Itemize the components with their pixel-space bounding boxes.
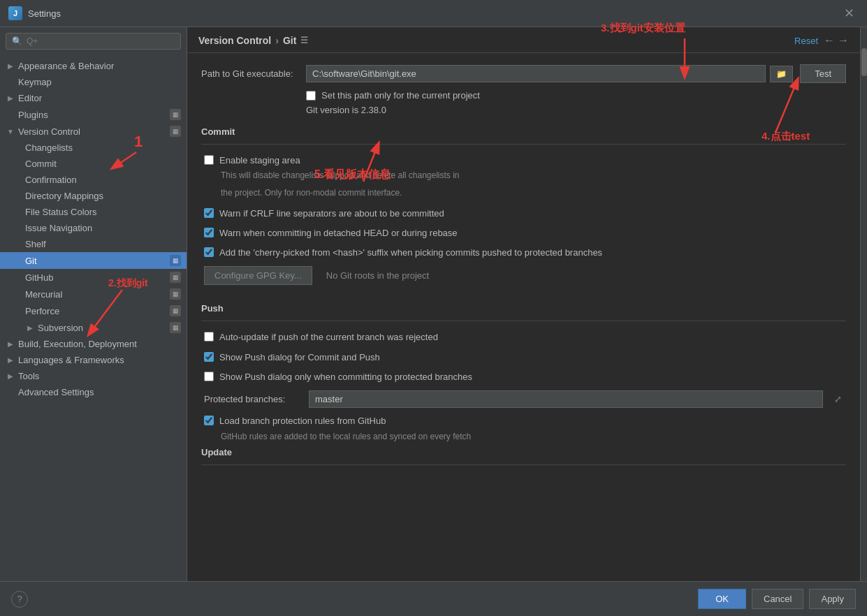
sidebar-item-directory-mappings[interactable]: Directory Mappings: [0, 188, 187, 204]
git-version-text: Git version is 2.38.0: [306, 105, 846, 115]
scrollbar-thumb[interactable]: [861, 48, 867, 76]
commit-section-header: Commit: [201, 126, 846, 137]
show-push-protected-checkbox[interactable]: [204, 372, 214, 381]
sidebar-item-label: Mercurial: [25, 289, 62, 300]
sidebar-item-editor[interactable]: ▶ Editor: [0, 90, 187, 106]
search-input[interactable]: [27, 36, 175, 46]
sidebar-item-appearance[interactable]: ▶ Appearance & Behavior: [0, 58, 187, 74]
sidebar-item-tools[interactable]: ▶ Tools: [0, 368, 187, 384]
warn-crlf-row: Warn if CRLF line separators are about t…: [201, 207, 846, 220]
sidebar-item-confirmation[interactable]: Confirmation: [0, 172, 187, 188]
load-branch-protection-label[interactable]: Load branch protection rules from GitHub: [219, 415, 386, 427]
cherry-pick-label[interactable]: Add the 'cherry-picked from <hash>' suff…: [219, 247, 602, 259]
sidebar-item-label: Shelf: [25, 239, 46, 249]
no-git-roots-text: No Git roots in the project: [326, 270, 429, 281]
staging-area-label[interactable]: Enable staging area: [219, 154, 300, 167]
sidebar-item-perforce[interactable]: Perforce ▦: [0, 302, 187, 319]
expand-arrow-vc: ▼: [6, 128, 15, 135]
staging-area-desc1: This will disable changelists support an…: [221, 170, 460, 182]
sidebar-item-plugins[interactable]: Plugins ▦: [0, 106, 187, 123]
sidebar-item-changelists[interactable]: Changelists: [0, 140, 187, 156]
sidebar-item-languages[interactable]: ▶ Languages & Frameworks: [0, 352, 187, 368]
sidebar-item-label: File Status Colors: [25, 207, 97, 217]
configure-gpg-row: Configure GPG Key... No Git roots in the…: [201, 266, 846, 293]
sidebar-item-version-control[interactable]: ▼ Version Control ▦: [0, 123, 187, 140]
sidebar-item-commit[interactable]: Commit: [0, 156, 187, 172]
sidebar-item-label: Languages & Frameworks: [18, 355, 124, 365]
sidebar-item-build-execution[interactable]: ▶ Build, Execution, Deployment: [0, 336, 187, 352]
breadcrumb-separator: ›: [275, 35, 279, 46]
git-badge: ▦: [170, 255, 181, 266]
nav-forward-arrow[interactable]: →: [838, 34, 849, 47]
auto-update-push-label[interactable]: Auto-update if push of the current branc…: [219, 331, 438, 344]
current-project-label[interactable]: Set this path only for the current proje…: [321, 90, 480, 101]
sidebar-item-keymap[interactable]: Keymap: [0, 74, 187, 90]
git-path-row: Path to Git executable: 📁 Test: [201, 64, 846, 83]
title-bar: J Settings ✕: [0, 0, 867, 27]
show-push-dialog-checkbox[interactable]: [204, 352, 214, 362]
warn-crlf-label[interactable]: Warn if CRLF line separators are about t…: [219, 207, 444, 220]
cherry-pick-row: Add the 'cherry-picked from <hash>' suff…: [201, 247, 846, 259]
apply-button[interactable]: Apply: [809, 589, 856, 609]
staging-area-checkbox[interactable]: [204, 155, 214, 165]
sidebar-item-label: Git: [25, 256, 37, 266]
expand-protected-icon[interactable]: ⤢: [830, 391, 846, 407]
sidebar-item-git[interactable]: Git ▦: [0, 252, 187, 269]
sidebar-item-label: Issue Navigation: [25, 223, 92, 233]
show-push-dialog-label[interactable]: Show Push dialog for Commit and Push: [219, 351, 380, 364]
breadcrumb-menu-icon[interactable]: ☰: [300, 36, 308, 45]
window-title: Settings: [28, 8, 61, 19]
sidebar-item-label: GitHub: [25, 272, 53, 283]
warn-detached-checkbox[interactable]: [204, 228, 214, 237]
configure-gpg-button[interactable]: Configure GPG Key...: [204, 266, 312, 285]
current-project-row: Set this path only for the current proje…: [306, 90, 846, 101]
cherry-pick-checkbox[interactable]: [204, 247, 214, 257]
main-content: 🔍 ▶ Appearance & Behavior Keymap ▶ Edito…: [0, 27, 867, 581]
sidebar-item-subversion[interactable]: ▶ Subversion ▦: [0, 319, 187, 336]
sidebar-item-file-status-colors[interactable]: File Status Colors: [0, 204, 187, 220]
sidebar-item-label: Editor: [18, 93, 42, 103]
ok-button[interactable]: OK: [698, 589, 746, 609]
sidebar-item-mercurial[interactable]: Mercurial ▦: [0, 286, 187, 302]
test-button[interactable]: Test: [800, 64, 846, 83]
sidebar-item-label: Advanced Settings: [18, 387, 94, 397]
nav-back-arrow[interactable]: ←: [824, 34, 835, 47]
show-push-protected-label[interactable]: Show Push dialog only when committing to…: [219, 371, 472, 383]
sidebar-item-issue-navigation[interactable]: Issue Navigation: [0, 220, 187, 236]
warn-detached-label[interactable]: Warn when committing in detached HEAD or…: [219, 227, 458, 240]
bottom-left: ?: [11, 591, 28, 608]
right-scrollbar[interactable]: [860, 27, 867, 581]
expand-arrow-subversion: ▶: [25, 324, 35, 332]
breadcrumb: Version Control › Git ☰: [198, 35, 308, 46]
reset-link[interactable]: Reset: [794, 36, 818, 46]
sidebar-tree: ▶ Appearance & Behavior Keymap ▶ Editor …: [0, 55, 187, 581]
github-rules-desc: GitHub rules are added to the local rule…: [201, 432, 846, 441]
help-button[interactable]: ?: [11, 591, 28, 608]
sidebar-item-advanced-settings[interactable]: Advanced Settings: [0, 384, 187, 400]
protected-branches-input[interactable]: [309, 390, 823, 408]
browse-button[interactable]: 📁: [770, 66, 793, 82]
sidebar-item-label: Perforce: [25, 306, 59, 316]
search-box[interactable]: 🔍: [6, 33, 181, 50]
perforce-badge: ▦: [170, 305, 181, 316]
update-section-header: Update: [201, 447, 846, 457]
current-project-checkbox[interactable]: [306, 91, 316, 101]
git-path-input[interactable]: [306, 65, 766, 82]
warn-crlf-checkbox[interactable]: [204, 208, 214, 218]
sidebar-item-shelf[interactable]: Shelf: [0, 236, 187, 252]
bottom-bar: ? OK Cancel Apply: [0, 581, 867, 616]
sidebar-item-github[interactable]: GitHub ▦: [0, 269, 187, 286]
expand-arrow-appearance: ▶: [6, 62, 15, 70]
panel-header: Version Control › Git ☰ Reset ← →: [187, 27, 860, 53]
bottom-right: OK Cancel Apply: [698, 589, 856, 609]
close-button[interactable]: ✕: [840, 4, 859, 22]
show-push-dialog-row: Show Push dialog for Commit and Push: [201, 351, 846, 364]
search-icon: 🔍: [12, 36, 22, 46]
cancel-button[interactable]: Cancel: [752, 589, 803, 609]
auto-update-push-checkbox[interactable]: [204, 332, 214, 342]
sidebar-item-label: Plugins: [18, 110, 48, 120]
staging-area-desc: This will disable changelists support an…: [201, 170, 846, 199]
app-icon: J: [8, 6, 22, 20]
load-branch-protection-checkbox[interactable]: [204, 416, 214, 425]
github-badge: ▦: [170, 272, 181, 283]
